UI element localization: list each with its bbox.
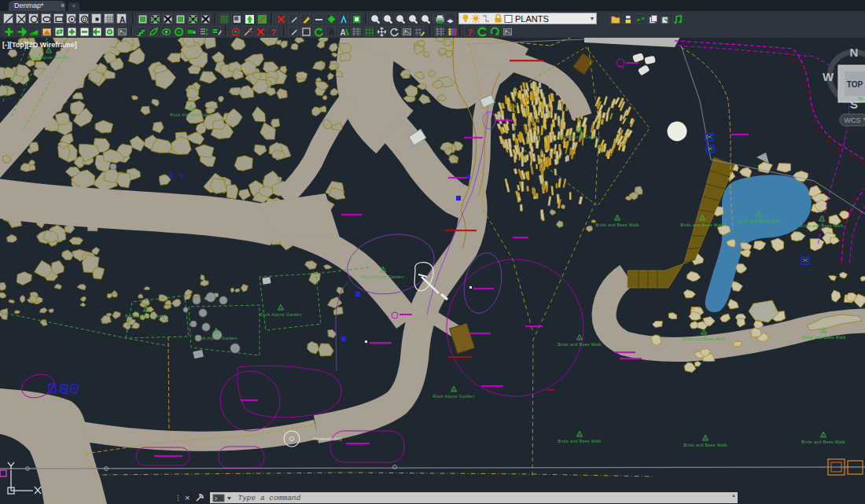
svg-text:Birds and Bees Walk: Birds and Bees Walk [683, 443, 727, 447]
svg-text:Rock Alpine Garden: Rock Alpine Garden [125, 314, 167, 318]
svg-text:Birds and Bees Walk: Birds and Bees Walk [802, 335, 846, 340]
svg-text:Rock Alpine Garden: Rock Alpine Garden [558, 134, 600, 139]
svg-text:Birds and Bees Walk: Birds and Bees Walk [680, 223, 724, 227]
svg-text:W: W [823, 70, 834, 83]
svg-text:Birds and Bees Walk: Birds and Bees Walk [801, 440, 845, 444]
svg-text:Rock Alpine Garden: Rock Alpine Garden [260, 312, 301, 317]
svg-text:N: N [850, 46, 859, 59]
svg-text:?: ? [467, 28, 473, 37]
svg-text:Rock Alpine Garden: Rock Alpine Garden [170, 112, 212, 117]
svg-text:?: ? [271, 28, 276, 37]
svg-text:A: A [329, 28, 334, 37]
svg-text:TOP: TOP [847, 80, 863, 89]
svg-text:A: A [340, 28, 345, 37]
svg-text:[-][Top][2D Wireframe]: [-][Top][2D Wireframe] [2, 41, 77, 49]
svg-text:Hamamelis (sm): Hamamelis (sm) [313, 436, 342, 441]
svg-text:WCS: WCS [845, 116, 861, 124]
svg-text:A: A [120, 16, 125, 24]
svg-text:Rock Alpine Garden: Rock Alpine Garden [432, 394, 474, 399]
svg-text:Birds and Bees Walk: Birds and Bees Walk [558, 342, 602, 347]
svg-text:Birds and Bees Walk: Birds and Bees Walk [558, 439, 602, 443]
svg-text:So: So [858, 96, 863, 101]
svg-text:Rock Alpine Garden: Rock Alpine Garden [362, 274, 403, 279]
svg-text:Birds and Bees Walk: Birds and Bees Walk [682, 337, 726, 341]
svg-text:Birds and Bees Walk: Birds and Bees Walk [595, 223, 639, 227]
svg-text:Rock Alpine Garden: Rock Alpine Garden [28, 55, 69, 60]
svg-text:Birds and Bees Walk: Birds and Bees Walk [800, 223, 844, 228]
svg-text:Rock Alpine Garden: Rock Alpine Garden [195, 336, 237, 340]
svg-text:Birds and Bees Walk: Birds and Bees Walk [737, 219, 781, 223]
